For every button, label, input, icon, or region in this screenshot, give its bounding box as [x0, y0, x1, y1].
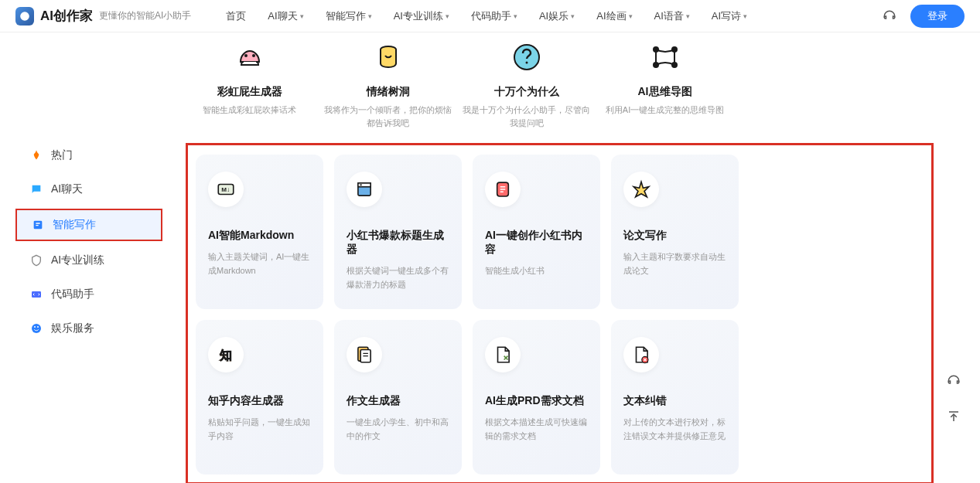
card-6[interactable]: AI生成PRD需求文档根据文本描述生成可快速编辑的需求文档: [473, 320, 600, 474]
card-desc: 利用AI一键生成完整的思维导图: [601, 104, 729, 117]
nav-label: AI写诗: [712, 9, 741, 23]
sidebar-icon: [31, 218, 45, 232]
chevron-down-icon: ▾: [300, 12, 304, 20]
highlight-box: M↓AI智能Markdown输入主题关键词，AI一键生成Markdown小红书爆…: [186, 143, 934, 483]
headset-icon[interactable]: [883, 9, 896, 23]
nav-label: 首页: [226, 9, 246, 23]
svg-point-0: [20, 12, 29, 21]
card-desc: 粘贴知乎问题，一键生成知乎内容: [208, 416, 311, 443]
nav-item-4[interactable]: 代码助手▾: [471, 9, 517, 23]
sidebar: 热门AI聊天智能写作AI专业训练代码助手娱乐服务: [0, 32, 178, 483]
sidebar-label: 代码助手: [51, 287, 94, 301]
card-title: 十万个为什么: [463, 85, 590, 99]
card-title: AI一键创作小红书内容: [485, 229, 588, 257]
sidebar-item-0[interactable]: 热门: [15, 141, 162, 170]
sidebar-icon: [29, 182, 43, 196]
card-desc: 一键生成小学生、初中和高中的作文: [347, 416, 449, 443]
main: 热门AI聊天智能写作AI专业训练代码助手娱乐服务 彩虹屁生成器智能生成彩虹屁吹捧…: [0, 32, 980, 483]
nav-item-8[interactable]: AI写诗▾: [712, 9, 747, 23]
brand-name: AI创作家: [40, 7, 93, 25]
card-title: AI智能Markdown: [208, 229, 311, 243]
card-icon: [371, 40, 405, 74]
card-2[interactable]: AI一键创作小红书内容智能生成小红书: [473, 155, 600, 309]
card-title: AI思维导图: [601, 85, 729, 99]
card-title: 情绪树洞: [324, 85, 452, 99]
svg-rect-17: [360, 185, 361, 186]
sidebar-item-4[interactable]: 代码助手: [15, 280, 162, 309]
scroll-top-button[interactable]: [941, 404, 966, 429]
svg-text:M↓: M↓: [221, 186, 230, 193]
nav-item-5[interactable]: AI娱乐▾: [539, 9, 575, 23]
nav-label: AI专业训练: [394, 9, 443, 23]
nav-label: AI娱乐: [539, 9, 569, 23]
sidebar-item-1[interactable]: AI聊天: [15, 175, 162, 204]
card-icon: [623, 172, 659, 207]
float-buttons: [941, 369, 966, 429]
card-desc: 根据关键词一键生成多个有爆款潜力的标题: [347, 264, 449, 291]
sidebar-item-5[interactable]: 娱乐服务: [15, 314, 162, 343]
nav-item-7[interactable]: AI语音▾: [654, 9, 690, 23]
sidebar-icon: [29, 287, 43, 301]
card-icon: [485, 172, 521, 207]
sidebar-item-3[interactable]: AI专业训练: [15, 246, 162, 275]
sidebar-label: 智能写作: [53, 218, 96, 232]
logo-area[interactable]: AI创作家: [15, 7, 93, 26]
chevron-down-icon: ▾: [743, 12, 747, 20]
nav-label: 代码助手: [471, 9, 511, 23]
card-0[interactable]: M↓AI智能Markdown输入主题关键词，AI一键生成Markdown: [196, 155, 323, 309]
logo-icon: [15, 7, 34, 26]
card-desc: 我将作为一个倾听者，把你的烦恼都告诉我吧: [324, 104, 452, 129]
card-icon: [510, 40, 544, 74]
card-7[interactable]: 文本纠错对上传的文本进行校对，标注错误文本并提供修正意见: [611, 320, 739, 474]
sidebar-label: 热门: [51, 148, 73, 162]
card-3[interactable]: 论文写作输入主题和字数要求自动生成论文: [611, 155, 739, 309]
card-title: 作文生成器: [347, 394, 449, 408]
card-desc: 智能生成小红书: [485, 264, 588, 278]
card-4[interactable]: 知知乎内容生成器粘贴知乎问题，一键生成知乎内容: [196, 320, 323, 474]
nav-item-6[interactable]: AI绘画▾: [596, 9, 632, 23]
svg-point-4: [244, 54, 248, 57]
support-float-button[interactable]: [941, 369, 966, 393]
card-desc: 根据文本描述生成可快速编辑的需求文档: [485, 416, 588, 443]
nav: 首页AI聊天▾智能写作▾AI专业训练▾代码助手▾AI娱乐▾AI绘画▾AI语音▾A…: [226, 9, 883, 23]
card-icon: [648, 40, 682, 74]
top-card-1[interactable]: 情绪树洞我将作为一个倾听者，把你的烦恼都告诉我吧: [324, 40, 452, 129]
card-desc: 输入主题和字数要求自动生成论文: [623, 250, 726, 277]
chevron-down-icon: ▾: [629, 12, 633, 20]
sidebar-icon: [29, 321, 43, 335]
top-card-3[interactable]: AI思维导图利用AI一键生成完整的思维导图: [601, 40, 729, 129]
top-row: 彩虹屁生成器智能生成彩虹屁吹捧话术情绪树洞我将作为一个倾听者，把你的烦恼都告诉我…: [186, 40, 934, 129]
nav-item-2[interactable]: 智能写作▾: [326, 9, 372, 23]
top-card-2[interactable]: 十万个为什么我是十万个为什么小助手，尽管向我提问吧: [463, 40, 590, 129]
card-icon: [623, 337, 659, 372]
svg-point-8: [525, 62, 528, 64]
card-title: 小红书爆款标题生成器: [347, 229, 449, 257]
cards-grid: M↓AI智能Markdown输入主题关键词，AI一键生成Markdown小红书爆…: [196, 155, 924, 474]
tagline: 更懂你的智能AI小助手: [99, 9, 191, 22]
nav-label: AI绘画: [596, 9, 626, 23]
login-button[interactable]: 登录: [910, 5, 965, 28]
svg-point-5: [252, 54, 255, 57]
nav-label: 智能写作: [326, 9, 366, 23]
header-right: 登录: [883, 5, 965, 28]
top-card-0[interactable]: 彩虹屁生成器智能生成彩虹屁吹捧话术: [186, 40, 313, 129]
card-icon: M↓: [208, 172, 244, 207]
card-desc: 输入主题关键词，AI一键生成Markdown: [208, 250, 311, 277]
nav-label: AI聊天: [268, 9, 297, 23]
nav-item-3[interactable]: AI专业训练▾: [394, 9, 449, 23]
svg-text:知: 知: [219, 348, 232, 362]
card-icon: 知: [208, 337, 244, 372]
sidebar-label: AI专业训练: [51, 253, 104, 267]
nav-item-0[interactable]: 首页: [226, 9, 246, 23]
card-5[interactable]: 作文生成器一键生成小学生、初中和高中的作文: [334, 320, 462, 474]
card-title: AI生成PRD需求文档: [485, 394, 588, 408]
card-1[interactable]: 小红书爆款标题生成器根据关键词一键生成多个有爆款潜力的标题: [334, 155, 462, 309]
nav-item-1[interactable]: AI聊天▾: [268, 9, 303, 23]
card-icon: [347, 337, 382, 372]
card-title: 知乎内容生成器: [208, 394, 311, 408]
sidebar-item-2[interactable]: 智能写作: [15, 209, 162, 241]
sidebar-icon: [29, 148, 43, 162]
chevron-down-icon: ▾: [446, 12, 449, 20]
sidebar-label: AI聊天: [51, 182, 83, 196]
sidebar-label: 娱乐服务: [51, 321, 94, 335]
